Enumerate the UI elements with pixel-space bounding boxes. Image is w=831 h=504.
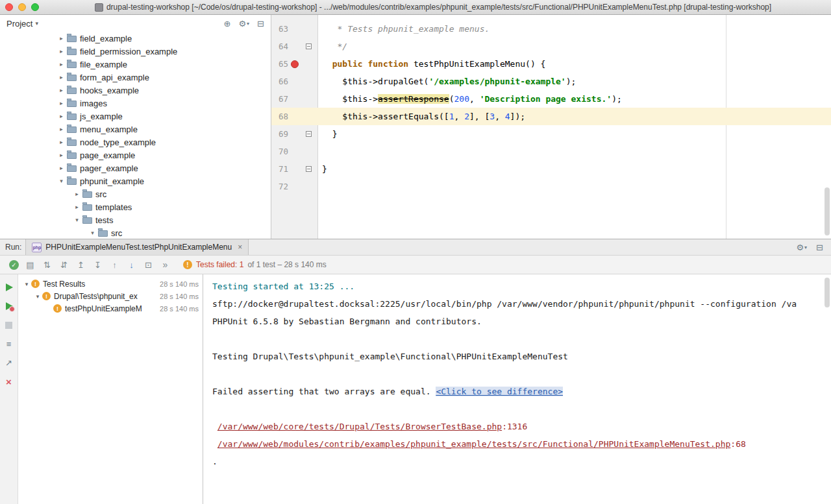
code-line[interactable]: 67 $this->assertResponse(200, 'Descripti… [271, 90, 831, 108]
line-number[interactable]: 65 [271, 55, 288, 73]
editor-scrollbar[interactable] [825, 187, 830, 235]
close-button[interactable]: × [4, 376, 14, 387]
chevron-right-icon[interactable]: ▸ [57, 74, 66, 80]
test-tree-item[interactable]: ▾!Test Results28 s 140 ms [18, 278, 203, 290]
code-line[interactable]: 64 */ [271, 38, 831, 55]
rerun-button[interactable] [4, 282, 14, 293]
chevron-down-icon[interactable]: ▾ [57, 178, 66, 184]
zoom-window-button[interactable] [31, 3, 39, 11]
line-number[interactable]: 71 [271, 160, 288, 178]
chevron-right-icon[interactable]: ▸ [57, 126, 66, 132]
chevron-right-icon[interactable]: ▸ [73, 204, 81, 210]
close-tab-icon[interactable]: × [238, 243, 242, 252]
fold-marker-icon[interactable] [306, 166, 312, 172]
line-number[interactable]: 67 [271, 90, 288, 108]
rerun-failed-tests-button[interactable] [4, 301, 14, 311]
project-tree-item[interactable]: ▸field_example [0, 32, 271, 45]
code-line[interactable]: 69 } [271, 125, 831, 143]
project-tree-item[interactable]: ▸src [0, 187, 271, 200]
project-tree-item[interactable]: ▾tests [0, 213, 271, 226]
project-tree-item[interactable]: ▸js_example [0, 110, 271, 123]
code-line[interactable]: 68 $this->assertEquals([1, 2], [3, 4]); [271, 108, 831, 125]
code-token: 200 [454, 94, 469, 104]
scroll-from-source-icon[interactable]: ⊕ [224, 19, 231, 29]
chevron-right-icon[interactable]: ▸ [73, 191, 81, 197]
project-tree-item[interactable]: ▸form_api_example [0, 71, 271, 84]
test-history-icon[interactable]: ⊡ [143, 259, 154, 270]
console-line: sftp://docker@drupaltest.docksal:2225/us… [212, 295, 831, 313]
chevron-right-icon[interactable]: ▸ [57, 165, 66, 171]
window-title-area: drupal-testing-workshop [~/Code/os/drupa… [42, 0, 825, 14]
code-line[interactable]: 71} [271, 160, 831, 178]
chevron-right-icon[interactable]: ▸ [57, 35, 66, 42]
next-failed-test-icon[interactable]: ↓ [126, 259, 137, 270]
previous-failed-test-icon[interactable]: ↑ [109, 259, 120, 270]
test-tree-item[interactable]: !testPhpUnitExampleM28 s 140 ms [18, 302, 203, 315]
hide-panel-icon[interactable]: ⊟ [816, 243, 823, 252]
test-tree-item[interactable]: ▾!Drupal\Tests\phpunit_ex28 s 140 ms [18, 290, 203, 302]
sort-alphabetically-icon[interactable]: ⇵ [58, 259, 69, 270]
chevron-right-icon[interactable]: ▸ [57, 113, 66, 119]
project-panel-title[interactable]: Project ▾ [6, 19, 38, 29]
project-tree-item[interactable]: ▸page_example [0, 149, 271, 162]
project-tree-item[interactable]: ▸menu_example [0, 123, 271, 136]
project-tree-item[interactable]: ▸pager_example [0, 162, 271, 174]
show-passed-icon[interactable]: ✓ [9, 260, 19, 270]
gear-icon[interactable]: ⚙ ▾ [238, 19, 249, 29]
code-text: $this->assertResponse(200, 'Description … [316, 90, 622, 108]
collapse-all-icon[interactable]: ↧ [92, 259, 103, 270]
chevron-right-icon[interactable]: ▸ [57, 87, 66, 93]
project-tree-item[interactable]: ▸node_type_example [0, 136, 271, 149]
chevron-right-icon[interactable]: ▸ [57, 100, 66, 106]
line-number[interactable]: 72 [271, 178, 288, 195]
expand-all-icon[interactable]: ↥ [75, 259, 86, 270]
code-editor[interactable]: 63 * Tests phpunit_example menus.64 */65… [271, 15, 831, 239]
line-number[interactable]: 70 [271, 143, 288, 160]
chevron-right-icon[interactable]: ▸ [57, 61, 66, 67]
hide-panel-icon[interactable]: ⊟ [257, 19, 264, 29]
chevron-down-icon[interactable]: ▾ [73, 217, 81, 223]
code-line[interactable]: 72 [271, 178, 831, 195]
run-tab[interactable]: php PHPUnitExampleMenuTest.testPhpUnitEx… [25, 239, 249, 255]
line-number[interactable]: 66 [271, 73, 288, 90]
restore-layout-button[interactable]: ≡ [4, 339, 14, 349]
line-number[interactable]: 63 [271, 20, 288, 38]
sort-by-duration-icon[interactable]: ⇅ [42, 259, 53, 270]
code-line[interactable]: 65 public function testPhpUnitExampleMen… [271, 55, 831, 73]
stop-button[interactable] [4, 320, 14, 330]
export-test-results-button[interactable]: ↗ [4, 357, 14, 368]
project-tree-item[interactable]: ▾phpunit_example [0, 174, 271, 187]
gear-icon[interactable]: ⚙ ▾ [796, 243, 807, 252]
line-number[interactable]: 68 [271, 108, 288, 125]
chevron-down-icon[interactable]: ▾ [22, 281, 31, 287]
project-tree-item[interactable]: ▸hooks_example [0, 84, 271, 97]
line-number[interactable]: 69 [271, 125, 288, 143]
chevron-right-icon[interactable]: ▸ [57, 48, 66, 54]
project-tree-item[interactable]: ▸templates [0, 200, 271, 213]
chevron-down-icon[interactable]: ▾ [33, 293, 42, 300]
minimize-window-button[interactable] [18, 3, 26, 11]
chevron-right-icon[interactable]: ▸ [57, 139, 66, 145]
line-number[interactable]: 64 [271, 38, 288, 55]
code-line[interactable]: 70 [271, 143, 831, 160]
chevron-right-icon[interactable]: ▸ [57, 152, 66, 158]
close-window-button[interactable] [5, 3, 13, 11]
tree-item-label: hooks_example [80, 86, 139, 95]
console-link[interactable]: /var/www/web/modules/contrib/examples/ph… [217, 439, 731, 449]
code-line[interactable]: 63 * Tests phpunit_example menus. [271, 20, 831, 38]
project-tree-item[interactable]: ▸images [0, 97, 271, 110]
project-tree-item[interactable]: ▸file_example [0, 58, 271, 71]
console-link[interactable]: <Click to see difference> [436, 387, 563, 396]
test-console[interactable]: Testing started at 13:25 ...sftp://docke… [203, 274, 831, 504]
code-line[interactable]: 66 $this->drupalGet('/examples/phpunit-e… [271, 73, 831, 90]
show-console-icon[interactable]: ▤ [25, 259, 36, 270]
project-tree-item[interactable]: ▸field_permission_example [0, 45, 271, 58]
test-failed-gutter-icon[interactable] [291, 60, 299, 68]
more-actions-icon[interactable]: » [160, 259, 171, 270]
fold-marker-icon[interactable] [306, 131, 312, 137]
console-scrollbar[interactable] [825, 278, 830, 307]
project-tree-item[interactable]: ▾src [0, 226, 271, 239]
console-link[interactable]: /var/www/web/core/tests/Drupal/Tests/Bro… [217, 422, 502, 431]
chevron-down-icon[interactable]: ▾ [88, 230, 97, 236]
fold-marker-icon[interactable] [306, 43, 312, 49]
